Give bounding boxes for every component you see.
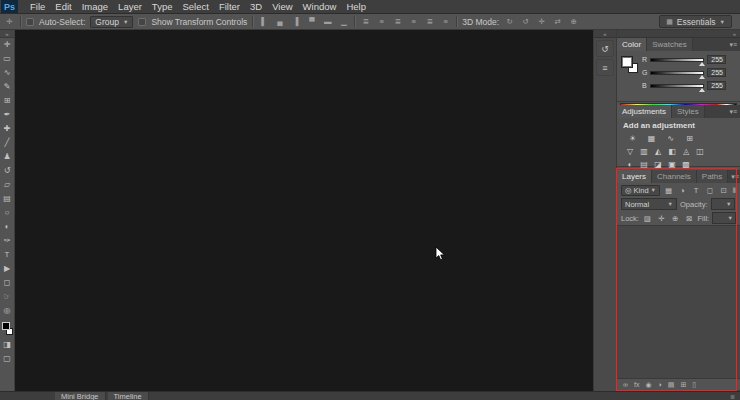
filter-type-layers-icon[interactable]: T	[691, 186, 702, 195]
auto-select-group-dropdown[interactable]: Group ▼	[90, 16, 133, 28]
history-panel-icon[interactable]: ↺	[596, 40, 614, 57]
lock-position-icon[interactable]: ⊕	[670, 214, 681, 223]
layer-mask-icon[interactable]: ◉	[645, 379, 651, 390]
adjustment-layer-icon[interactable]: ◑	[658, 379, 662, 390]
panel-dock-collapse-icon[interactable]: »	[617, 30, 740, 38]
selective-color-icon[interactable]: ▣	[665, 160, 679, 169]
auto-select-checkbox[interactable]	[26, 18, 34, 26]
menu-item-edit[interactable]: Edit	[50, 0, 76, 14]
hue-saturation-icon[interactable]: ▥	[637, 147, 651, 156]
tool-brush[interactable]: ╱	[0, 136, 15, 150]
delete-layer-icon[interactable]: ▯	[692, 379, 696, 390]
filter-pixel-layers-icon[interactable]: ▦	[663, 186, 674, 195]
green-slider[interactable]	[650, 71, 704, 75]
tool-lasso[interactable]: ∿	[0, 66, 15, 80]
layer-filtering-toggle[interactable]: ▮	[732, 186, 736, 194]
tools-collapse-icon[interactable]: »	[0, 30, 14, 38]
tool-gradient[interactable]: ▤	[0, 192, 15, 206]
red-slider[interactable]	[650, 58, 704, 62]
filter-smart-objects-icon[interactable]: ⊡	[718, 186, 729, 195]
panel-menu-icon[interactable]: ▾≡	[728, 170, 740, 183]
blue-slider[interactable]	[650, 84, 704, 88]
quick-mask-icon[interactable]: ◨	[0, 338, 15, 352]
vibrance-icon[interactable]: ▽	[623, 147, 637, 156]
distribute-hcenter-icon[interactable]: ≣	[424, 16, 435, 28]
menu-item-view[interactable]: View	[267, 0, 297, 14]
black-white-icon[interactable]: ◧	[665, 147, 679, 156]
exposure-icon[interactable]: ⊞	[680, 134, 699, 143]
tool-zoom[interactable]: ◎	[0, 304, 15, 318]
panel-color-swatch[interactable]	[621, 56, 641, 76]
dock-collapse-icon[interactable]: «	[594, 30, 616, 38]
green-value[interactable]: 255	[707, 68, 726, 77]
distribute-bottom-icon[interactable]: ≣	[392, 16, 403, 28]
show-transform-checkbox[interactable]	[138, 18, 146, 26]
red-value[interactable]: 255	[707, 55, 726, 64]
align-right-icon[interactable]: ▐	[290, 16, 301, 28]
align-top-icon[interactable]: ▀	[306, 16, 317, 28]
menu-item-file[interactable]: File	[25, 0, 50, 14]
align-bottom-icon[interactable]: ▁	[338, 16, 349, 28]
tool-move[interactable]: ✛	[0, 38, 15, 52]
tool-dodge[interactable]: ◐	[0, 220, 15, 234]
invert-icon[interactable]: ◐	[623, 160, 637, 169]
3d-drag-icon[interactable]: ✛	[536, 16, 547, 28]
new-layer-icon[interactable]: ⊞	[680, 379, 686, 390]
tool-quick-selection[interactable]: ✎	[0, 80, 15, 94]
resize-grip-icon[interactable]: ≣	[730, 393, 735, 400]
lock-transparency-icon[interactable]: ▨	[642, 214, 653, 223]
tab-paths[interactable]: Paths	[697, 170, 728, 183]
distribute-top-icon[interactable]: ≣	[360, 16, 371, 28]
properties-panel-icon[interactable]: ≡	[596, 59, 614, 76]
tab-styles[interactable]: Styles	[672, 105, 705, 118]
filter-adjustment-layers-icon[interactable]: ◑	[677, 186, 688, 195]
posterize-icon[interactable]: ▤	[637, 160, 651, 169]
curves-icon[interactable]: ∿	[661, 134, 680, 143]
levels-icon[interactable]: ▦	[642, 134, 661, 143]
foreground-swatch[interactable]	[621, 56, 633, 68]
menu-item-window[interactable]: Window	[298, 0, 342, 14]
3d-scale-icon[interactable]: ⊕	[568, 16, 579, 28]
align-left-icon[interactable]: ▌	[258, 16, 269, 28]
tab-layers[interactable]: Layers	[617, 170, 652, 183]
distribute-vcenter-icon[interactable]: ≡	[376, 16, 387, 28]
lock-pixels-icon[interactable]: ✛	[656, 214, 667, 223]
tool-clone-stamp[interactable]: ♟	[0, 150, 15, 164]
filter-kind-dropdown[interactable]: ◎ Kind ▼	[621, 185, 660, 196]
slider-handle[interactable]	[699, 88, 705, 92]
tool-blur[interactable]: ○	[0, 206, 15, 220]
photo-filter-icon[interactable]: ◬	[679, 147, 693, 156]
gradient-map-icon[interactable]: ▩	[679, 160, 693, 169]
blend-mode-dropdown[interactable]: Normal ▼	[621, 198, 677, 210]
layer-group-icon[interactable]: ▤	[668, 379, 675, 390]
3d-roll-icon[interactable]: ↺	[520, 16, 531, 28]
menu-item-select[interactable]: Select	[177, 0, 213, 14]
tab-channels[interactable]: Channels	[652, 170, 697, 183]
tool-shape[interactable]: ◻	[0, 276, 15, 290]
threshold-icon[interactable]: ◪	[651, 160, 665, 169]
filter-shape-layers-icon[interactable]: ◻	[705, 186, 716, 195]
blue-value[interactable]: 255	[707, 81, 726, 90]
tool-eraser[interactable]: ▱	[0, 178, 15, 192]
menu-item-filter[interactable]: Filter	[214, 0, 245, 14]
screen-mode-icon[interactable]: ▢	[0, 352, 15, 366]
slider-handle[interactable]	[699, 62, 705, 66]
foreground-color-swatch[interactable]	[2, 322, 10, 330]
layer-style-icon[interactable]: fx	[634, 379, 639, 390]
menu-item-3d[interactable]: 3D	[245, 0, 267, 14]
slider-handle[interactable]	[699, 75, 705, 79]
tool-path-selection[interactable]: ▶	[0, 262, 15, 276]
tool-pen[interactable]: ✑	[0, 234, 15, 248]
tab-timeline[interactable]: Timeline	[108, 392, 149, 400]
opacity-field[interactable]: ▼	[711, 198, 735, 210]
distribute-right-icon[interactable]: ≡	[440, 16, 451, 28]
menu-item-type[interactable]: Type	[147, 0, 178, 14]
tool-hand[interactable]: ☞	[0, 290, 15, 304]
menu-item-image[interactable]: Image	[77, 0, 113, 14]
color-balance-icon[interactable]: ◭	[651, 147, 665, 156]
align-vcenter-icon[interactable]: ▬	[322, 16, 333, 28]
brightness-contrast-icon[interactable]: ☀	[623, 134, 642, 143]
workspace-switcher-button[interactable]: ▦ Essentials ▼	[659, 15, 732, 28]
panel-menu-icon[interactable]: ▾≡	[726, 105, 740, 118]
fill-field[interactable]: ▼	[712, 212, 736, 224]
